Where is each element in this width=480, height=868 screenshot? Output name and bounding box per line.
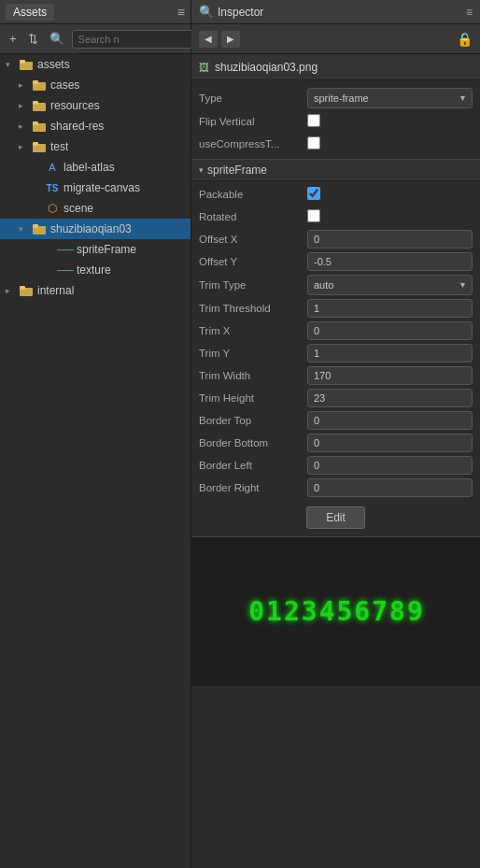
trim-x-input[interactable] (307, 321, 473, 340)
add-button[interactable]: + (6, 30, 21, 48)
svg-rect-5 (33, 101, 38, 105)
flip-vertical-checkbox[interactable] (307, 114, 320, 127)
border-left-field-row: Border Left (191, 454, 480, 477)
trim-height-input[interactable] (307, 389, 473, 407)
trim-type-field-row: Trim Type auto (191, 273, 480, 297)
tree-icon-ts: TS (45, 180, 60, 195)
tree-item-internal[interactable]: ▸internal (0, 280, 191, 301)
border-right-input[interactable] (307, 478, 473, 497)
tree-icon-scene: ⬡ (45, 201, 60, 216)
trim-type-select[interactable]: auto (307, 275, 473, 295)
trim-x-value (307, 321, 473, 340)
lock-icon[interactable]: 🔒 (457, 32, 473, 47)
digit-7: 7 (372, 596, 388, 627)
digit-preview: 0 1 2 3 4 5 6 7 8 9 (248, 596, 423, 627)
tree-arrow-shuzibiaoqian03: ▾ (19, 224, 32, 234)
rotated-label: Rotated (199, 211, 302, 222)
tree-icon-folder (32, 98, 47, 113)
tree-item-spriteFrame-child[interactable]: ——spriteFrame (0, 239, 191, 260)
trim-type-label: Trim Type (199, 279, 302, 291)
svg-rect-3 (33, 80, 38, 84)
inspector-content: Type sprite-frame Flip Vertical useCompr… (191, 80, 480, 868)
border-bottom-label: Border Bottom (199, 437, 302, 448)
tree-item-assets[interactable]: ▾assets (0, 54, 191, 75)
svg-rect-7 (33, 121, 38, 125)
packable-field-row: Packable (191, 183, 480, 206)
tree-item-migrate-canvas[interactable]: TSmigrate-canvas (0, 178, 191, 198)
trim-width-input[interactable] (307, 366, 473, 385)
tree-item-scene[interactable]: ⬡scene (0, 198, 191, 219)
svg-rect-1 (20, 60, 25, 64)
edit-button[interactable]: Edit (306, 506, 365, 529)
sort-button[interactable]: ⇅ (24, 30, 42, 48)
trim-height-field-row: Trim Height (191, 387, 480, 409)
rotated-checkbox[interactable] (307, 209, 320, 222)
trim-threshold-field-row: Trim Threshold (191, 297, 480, 320)
use-compress-checkbox[interactable] (307, 136, 320, 149)
edit-btn-row: Edit (191, 499, 480, 536)
assets-toolbar: + ⇅ 🔍 ⤢ ↻ (0, 24, 191, 54)
tree-item-shuzibiaoqian03[interactable]: ▾shuzibiaoqian03 (0, 219, 191, 239)
tree-arrow-resources: ▸ (19, 101, 32, 110)
inspector-menu-icon[interactable]: ≡ (466, 6, 473, 19)
tree-icon-sprite: —— (58, 263, 73, 277)
digit-0: 0 (248, 596, 264, 627)
trim-y-input[interactable] (307, 344, 473, 363)
offset-y-input[interactable] (307, 252, 473, 271)
offset-y-value (307, 252, 473, 271)
digit-3: 3 (302, 596, 318, 627)
tree-item-texture[interactable]: ——texture (0, 260, 191, 280)
svg-rect-13 (20, 286, 25, 290)
forward-button[interactable]: ▶ (221, 31, 240, 48)
search-button[interactable]: 🔍 (46, 30, 68, 48)
border-bottom-value (307, 434, 473, 452)
inspector-header: 🔍 Inspector ≡ (191, 0, 480, 24)
offset-x-value (307, 230, 473, 249)
trim-type-select-wrapper: auto (307, 275, 473, 295)
digit-5: 5 (337, 596, 353, 627)
file-type-icon: 🖼 (199, 62, 209, 73)
trim-height-label: Trim Height (199, 392, 302, 404)
border-right-field-row: Border Right (191, 477, 480, 499)
tree-item-label-atlas[interactable]: Alabel-atlas (0, 157, 191, 178)
border-left-value (307, 456, 473, 475)
back-button[interactable]: ◀ (199, 31, 218, 48)
border-left-input[interactable] (307, 456, 473, 475)
svg-rect-9 (33, 142, 38, 146)
assets-menu-icon[interactable]: ≡ (177, 5, 185, 20)
trim-width-label: Trim Width (199, 370, 302, 381)
flip-vertical-field-row: Flip Vertical (191, 110, 480, 133)
tree-label-texture: texture (77, 263, 111, 277)
inspector-toolbar: ◀ ▶ 🔒 (191, 24, 480, 54)
digit-6: 6 (354, 596, 370, 627)
section-label: spriteFrame (207, 164, 267, 177)
trim-threshold-label: Trim Threshold (199, 303, 302, 314)
tree-item-resources[interactable]: ▸resources (0, 95, 191, 116)
tree-item-test[interactable]: ▸test (0, 136, 191, 157)
use-compress-field-row: useCompressT... (191, 133, 480, 155)
trim-width-value (307, 366, 473, 385)
tree-label-label-atlas: label-atlas (64, 161, 115, 174)
inspector-tab: 🔍 Inspector (199, 5, 263, 19)
tree-item-cases[interactable]: ▸cases (0, 75, 191, 95)
packable-label: Packable (199, 189, 302, 200)
trim-threshold-input[interactable] (307, 299, 473, 318)
tree-label-scene: scene (64, 202, 93, 215)
packable-checkbox[interactable] (307, 187, 320, 200)
tree-item-shared-res[interactable]: ▸shared-res (0, 116, 191, 136)
border-bottom-input[interactable] (307, 434, 473, 452)
assets-tab[interactable]: Assets (6, 4, 54, 21)
tree-icon-folder (19, 57, 34, 72)
type-select[interactable]: sprite-frame (307, 88, 473, 108)
trim-y-value (307, 344, 473, 363)
rotated-field-row: Rotated (191, 206, 480, 228)
border-top-input[interactable] (307, 411, 473, 430)
digit-2: 2 (284, 596, 300, 627)
sprite-frame-section[interactable]: ▾ spriteFrame (191, 159, 480, 181)
tree-label-test: test (50, 140, 68, 153)
svg-rect-11 (33, 224, 38, 228)
offset-x-input[interactable] (307, 230, 473, 249)
tree-arrow-assets: ▾ (6, 60, 19, 69)
section-arrow-icon: ▾ (199, 165, 204, 175)
rotated-value (307, 209, 473, 225)
